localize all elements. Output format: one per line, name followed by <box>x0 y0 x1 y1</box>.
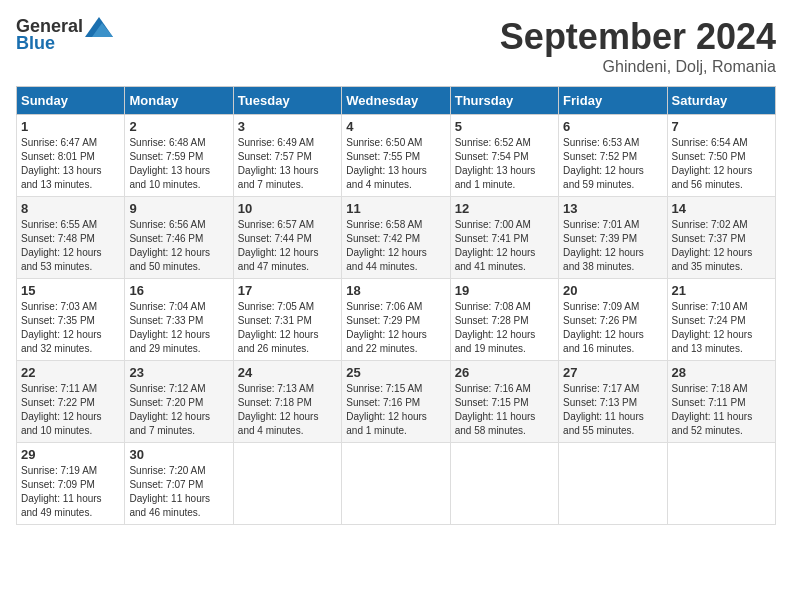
day-info: Sunrise: 6:57 AMSunset: 7:44 PMDaylight:… <box>238 219 319 272</box>
day-number: 15 <box>21 283 120 298</box>
calendar-week-row: 8 Sunrise: 6:55 AMSunset: 7:48 PMDayligh… <box>17 197 776 279</box>
day-number: 30 <box>129 447 228 462</box>
table-row: 7 Sunrise: 6:54 AMSunset: 7:50 PMDayligh… <box>667 115 775 197</box>
day-number: 5 <box>455 119 554 134</box>
table-row: 14 Sunrise: 7:02 AMSunset: 7:37 PMDaylig… <box>667 197 775 279</box>
calendar-header-row: Sunday Monday Tuesday Wednesday Thursday… <box>17 87 776 115</box>
table-row: 17 Sunrise: 7:05 AMSunset: 7:31 PMDaylig… <box>233 279 341 361</box>
calendar-week-row: 15 Sunrise: 7:03 AMSunset: 7:35 PMDaylig… <box>17 279 776 361</box>
table-row: 9 Sunrise: 6:56 AMSunset: 7:46 PMDayligh… <box>125 197 233 279</box>
table-row: 11 Sunrise: 6:58 AMSunset: 7:42 PMDaylig… <box>342 197 450 279</box>
day-info: Sunrise: 6:54 AMSunset: 7:50 PMDaylight:… <box>672 137 753 190</box>
col-sunday: Sunday <box>17 87 125 115</box>
day-number: 28 <box>672 365 771 380</box>
table-row: 18 Sunrise: 7:06 AMSunset: 7:29 PMDaylig… <box>342 279 450 361</box>
table-row: 22 Sunrise: 7:11 AMSunset: 7:22 PMDaylig… <box>17 361 125 443</box>
table-row: 3 Sunrise: 6:49 AMSunset: 7:57 PMDayligh… <box>233 115 341 197</box>
table-row: 27 Sunrise: 7:17 AMSunset: 7:13 PMDaylig… <box>559 361 667 443</box>
page-header: General Blue September 2024 Ghindeni, Do… <box>16 16 776 76</box>
col-saturday: Saturday <box>667 87 775 115</box>
table-row <box>450 443 558 525</box>
col-friday: Friday <box>559 87 667 115</box>
day-number: 20 <box>563 283 662 298</box>
day-info: Sunrise: 7:04 AMSunset: 7:33 PMDaylight:… <box>129 301 210 354</box>
table-row: 6 Sunrise: 6:53 AMSunset: 7:52 PMDayligh… <box>559 115 667 197</box>
day-number: 29 <box>21 447 120 462</box>
location: Ghindeni, Dolj, Romania <box>500 58 776 76</box>
day-info: Sunrise: 7:15 AMSunset: 7:16 PMDaylight:… <box>346 383 427 436</box>
day-info: Sunrise: 7:00 AMSunset: 7:41 PMDaylight:… <box>455 219 536 272</box>
day-number: 3 <box>238 119 337 134</box>
day-number: 10 <box>238 201 337 216</box>
table-row: 20 Sunrise: 7:09 AMSunset: 7:26 PMDaylig… <box>559 279 667 361</box>
logo-icon <box>85 17 113 37</box>
day-info: Sunrise: 7:11 AMSunset: 7:22 PMDaylight:… <box>21 383 102 436</box>
day-info: Sunrise: 7:03 AMSunset: 7:35 PMDaylight:… <box>21 301 102 354</box>
day-number: 17 <box>238 283 337 298</box>
day-number: 21 <box>672 283 771 298</box>
day-info: Sunrise: 7:19 AMSunset: 7:09 PMDaylight:… <box>21 465 102 518</box>
table-row: 24 Sunrise: 7:13 AMSunset: 7:18 PMDaylig… <box>233 361 341 443</box>
day-info: Sunrise: 7:01 AMSunset: 7:39 PMDaylight:… <box>563 219 644 272</box>
col-wednesday: Wednesday <box>342 87 450 115</box>
calendar-table: Sunday Monday Tuesday Wednesday Thursday… <box>16 86 776 525</box>
table-row: 8 Sunrise: 6:55 AMSunset: 7:48 PMDayligh… <box>17 197 125 279</box>
day-info: Sunrise: 6:53 AMSunset: 7:52 PMDaylight:… <box>563 137 644 190</box>
table-row: 12 Sunrise: 7:00 AMSunset: 7:41 PMDaylig… <box>450 197 558 279</box>
table-row: 26 Sunrise: 7:16 AMSunset: 7:15 PMDaylig… <box>450 361 558 443</box>
table-row <box>342 443 450 525</box>
day-number: 1 <box>21 119 120 134</box>
day-info: Sunrise: 6:58 AMSunset: 7:42 PMDaylight:… <box>346 219 427 272</box>
day-info: Sunrise: 7:10 AMSunset: 7:24 PMDaylight:… <box>672 301 753 354</box>
table-row: 28 Sunrise: 7:18 AMSunset: 7:11 PMDaylig… <box>667 361 775 443</box>
logo-blue: Blue <box>16 33 55 54</box>
day-info: Sunrise: 7:12 AMSunset: 7:20 PMDaylight:… <box>129 383 210 436</box>
table-row: 10 Sunrise: 6:57 AMSunset: 7:44 PMDaylig… <box>233 197 341 279</box>
title-area: September 2024 Ghindeni, Dolj, Romania <box>500 16 776 76</box>
day-number: 4 <box>346 119 445 134</box>
day-info: Sunrise: 6:49 AMSunset: 7:57 PMDaylight:… <box>238 137 319 190</box>
table-row: 2 Sunrise: 6:48 AMSunset: 7:59 PMDayligh… <box>125 115 233 197</box>
day-number: 16 <box>129 283 228 298</box>
col-tuesday: Tuesday <box>233 87 341 115</box>
day-number: 2 <box>129 119 228 134</box>
day-info: Sunrise: 7:06 AMSunset: 7:29 PMDaylight:… <box>346 301 427 354</box>
table-row: 13 Sunrise: 7:01 AMSunset: 7:39 PMDaylig… <box>559 197 667 279</box>
calendar-week-row: 22 Sunrise: 7:11 AMSunset: 7:22 PMDaylig… <box>17 361 776 443</box>
day-number: 26 <box>455 365 554 380</box>
day-number: 13 <box>563 201 662 216</box>
day-info: Sunrise: 6:55 AMSunset: 7:48 PMDaylight:… <box>21 219 102 272</box>
day-info: Sunrise: 6:48 AMSunset: 7:59 PMDaylight:… <box>129 137 210 190</box>
day-number: 11 <box>346 201 445 216</box>
day-info: Sunrise: 7:20 AMSunset: 7:07 PMDaylight:… <box>129 465 210 518</box>
day-info: Sunrise: 7:09 AMSunset: 7:26 PMDaylight:… <box>563 301 644 354</box>
table-row: 25 Sunrise: 7:15 AMSunset: 7:16 PMDaylig… <box>342 361 450 443</box>
day-number: 23 <box>129 365 228 380</box>
table-row <box>667 443 775 525</box>
table-row: 19 Sunrise: 7:08 AMSunset: 7:28 PMDaylig… <box>450 279 558 361</box>
day-info: Sunrise: 6:52 AMSunset: 7:54 PMDaylight:… <box>455 137 536 190</box>
month-title: September 2024 <box>500 16 776 58</box>
day-number: 7 <box>672 119 771 134</box>
day-number: 25 <box>346 365 445 380</box>
day-number: 19 <box>455 283 554 298</box>
table-row: 4 Sunrise: 6:50 AMSunset: 7:55 PMDayligh… <box>342 115 450 197</box>
table-row: 30 Sunrise: 7:20 AMSunset: 7:07 PMDaylig… <box>125 443 233 525</box>
calendar-week-row: 29 Sunrise: 7:19 AMSunset: 7:09 PMDaylig… <box>17 443 776 525</box>
day-number: 27 <box>563 365 662 380</box>
day-info: Sunrise: 7:05 AMSunset: 7:31 PMDaylight:… <box>238 301 319 354</box>
table-row: 5 Sunrise: 6:52 AMSunset: 7:54 PMDayligh… <box>450 115 558 197</box>
day-number: 18 <box>346 283 445 298</box>
day-info: Sunrise: 7:02 AMSunset: 7:37 PMDaylight:… <box>672 219 753 272</box>
table-row <box>233 443 341 525</box>
day-number: 8 <box>21 201 120 216</box>
day-info: Sunrise: 7:16 AMSunset: 7:15 PMDaylight:… <box>455 383 536 436</box>
day-info: Sunrise: 7:17 AMSunset: 7:13 PMDaylight:… <box>563 383 644 436</box>
day-info: Sunrise: 6:47 AMSunset: 8:01 PMDaylight:… <box>21 137 102 190</box>
table-row: 16 Sunrise: 7:04 AMSunset: 7:33 PMDaylig… <box>125 279 233 361</box>
col-thursday: Thursday <box>450 87 558 115</box>
table-row <box>559 443 667 525</box>
day-number: 6 <box>563 119 662 134</box>
table-row: 21 Sunrise: 7:10 AMSunset: 7:24 PMDaylig… <box>667 279 775 361</box>
day-number: 14 <box>672 201 771 216</box>
